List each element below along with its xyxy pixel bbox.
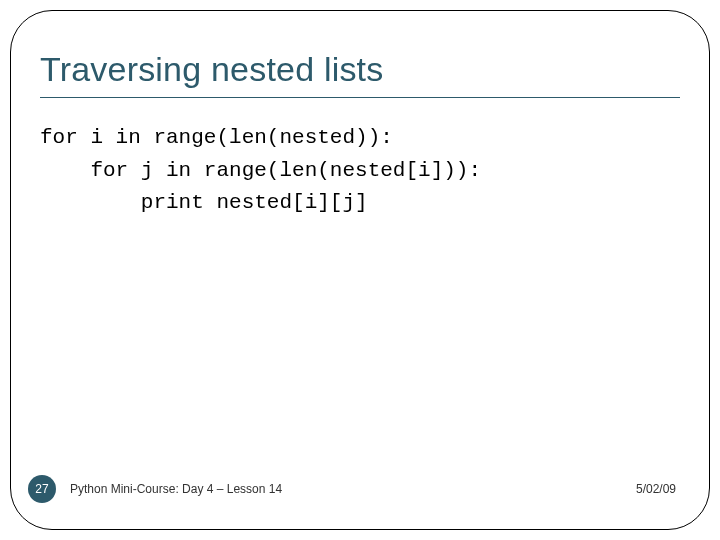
footer-date: 5/02/09: [636, 482, 676, 496]
title-divider: [40, 97, 680, 98]
slide-content: Traversing nested lists for i in range(l…: [10, 10, 710, 530]
code-block: for i in range(len(nested)): for j in ra…: [40, 122, 680, 220]
code-line-3: print nested[i][j]: [40, 191, 368, 214]
page-number: 27: [35, 482, 48, 496]
slide: Traversing nested lists for i in range(l…: [0, 0, 720, 540]
code-line-1: for i in range(len(nested)):: [40, 126, 393, 149]
slide-title: Traversing nested lists: [40, 50, 680, 89]
code-line-2: for j in range(len(nested[i])):: [40, 159, 481, 182]
footer-course-text: Python Mini-Course: Day 4 – Lesson 14: [70, 482, 636, 496]
page-number-badge: 27: [28, 475, 56, 503]
slide-footer: 27 Python Mini-Course: Day 4 – Lesson 14…: [0, 474, 720, 504]
